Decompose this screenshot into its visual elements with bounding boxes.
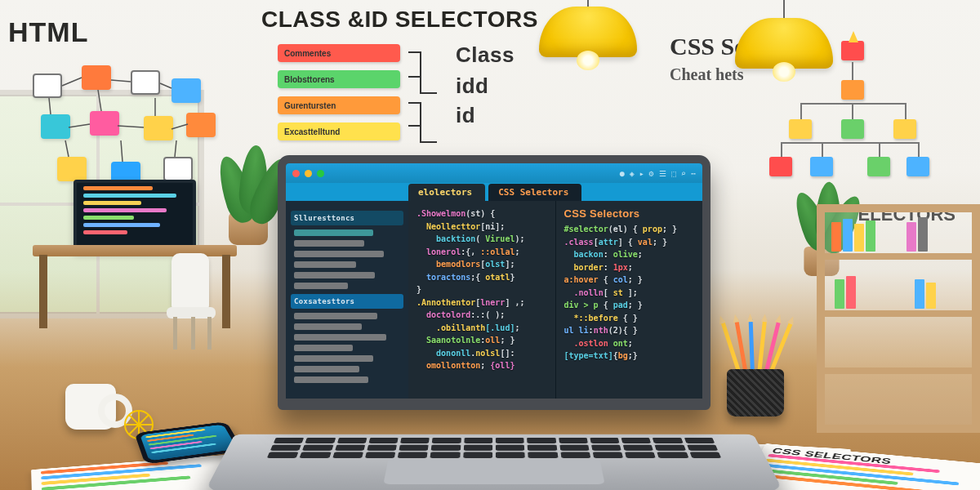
editor-panes: .Showelmon(st) { Neollecttor[ni]; backti… <box>408 201 702 399</box>
html-diagram-arrows <box>33 65 212 196</box>
laptop-base <box>204 434 783 490</box>
editor-sidebar: Slluresttoncs Coxsatesttors <box>286 201 408 399</box>
poster-html: HTML <box>8 16 237 196</box>
bracket-icon <box>404 44 453 150</box>
poster-class-id: CLASS &ID SELECTORS Commentes Blobsttore… <box>261 7 572 178</box>
classid-pill: Gurentursten <box>278 96 400 114</box>
editor-tabs: elolectors CSS Selectors <box>286 183 702 201</box>
bookshelf <box>817 204 980 433</box>
triangle-icon <box>849 26 858 42</box>
window-close-icon <box>292 170 300 177</box>
code-pane-right: CSS Selectors #selector(el) { prop; } .c… <box>555 201 703 399</box>
classid-pill: Blobsttorens <box>278 70 400 88</box>
pane-title: CSS Selectors <box>564 207 695 220</box>
sidebar-section: Coxsatesttors <box>291 294 403 309</box>
scene-root: HTML CLASS &ID SELECTOR <box>0 0 980 490</box>
html-diagram-grid <box>33 65 212 196</box>
coffee-mug <box>65 384 116 430</box>
editor-titlebar: ● ◈ ▸ ⚙ ☰ ⬚ ⌕ ⋯ <box>286 163 702 183</box>
code-editor: ● ◈ ▸ ⚙ ☰ ⬚ ⌕ ⋯ elolectors CSS Selectors… <box>286 163 702 399</box>
background-monitor <box>74 180 196 252</box>
keyboard <box>267 438 721 458</box>
poster-classid-title: CLASS &ID SELECTORS <box>261 7 572 33</box>
poster-html-title: HTML <box>8 16 237 48</box>
label-class: Class <box>456 42 514 68</box>
classid-pill: Excasttelltund <box>278 122 400 140</box>
chair <box>172 253 237 351</box>
laptop-screen: ● ◈ ▸ ⚙ ☰ ⬚ ⌕ ⋯ elolectors CSS Selectors… <box>278 155 710 410</box>
window-min-icon <box>305 170 312 177</box>
sidebar-section: Slluresttoncs <box>291 211 403 225</box>
window-max-icon <box>317 170 324 177</box>
tab-selectors[interactable]: elolectors <box>408 184 485 201</box>
classid-pill: Commentes <box>278 44 400 62</box>
code-pane-left: .Showelmon(st) { Neollecttor[ni]; backti… <box>408 201 555 399</box>
tab-css-selectors[interactable]: CSS Selectors <box>488 184 581 201</box>
label-id2: id <box>456 103 475 128</box>
label-id: idd <box>456 74 489 99</box>
laptop: ● ◈ ▸ ⚙ ☰ ⬚ ⌕ ⋯ elolectors CSS Selectors… <box>253 155 735 482</box>
